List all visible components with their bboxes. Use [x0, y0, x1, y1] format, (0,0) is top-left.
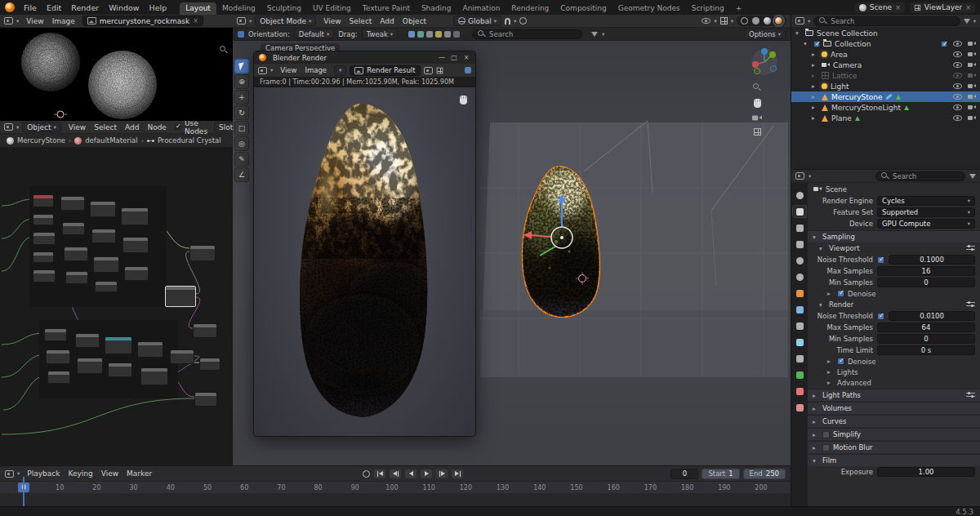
value-field-max-samples[interactable]: 64 — [877, 322, 975, 332]
properties-tab-physics[interactable] — [793, 336, 806, 348]
chevron-down-icon[interactable]: ▾ — [795, 29, 802, 37]
dropdown-feature-set[interactable]: Supported▾ — [877, 207, 975, 217]
image-editor-menu-image[interactable]: Image — [48, 16, 79, 26]
panel-render[interactable]: ▾Render — [808, 299, 980, 310]
breadcrumb-object[interactable]: MercuryStone — [17, 136, 65, 145]
value-field-noise-threshold[interactable]: 0.1000 — [889, 255, 975, 265]
workspace-tab-modeling[interactable]: Modeling — [216, 2, 261, 15]
shader-editor-menu-view[interactable]: View — [65, 122, 90, 132]
frame-start-field[interactable]: Start 1 — [702, 469, 739, 479]
menu-window[interactable]: Window — [104, 2, 144, 13]
disable-in-renders-icon[interactable] — [968, 62, 976, 68]
editor-type-viewport-icon[interactable] — [237, 17, 246, 24]
unlink-image-icon[interactable]: × — [193, 17, 198, 24]
disable-in-renders-icon[interactable] — [968, 51, 976, 57]
outliner-row-light[interactable]: ▸Light — [791, 81, 980, 91]
editor-type-shader-icon[interactable] — [4, 123, 13, 131]
panel-simplify[interactable]: ▸Simplify — [808, 428, 980, 440]
outliner-row-lattice[interactable]: ▸Lattice — [791, 70, 980, 81]
image-editor-menu-view[interactable]: View — [22, 16, 47, 26]
disable-in-renders-icon[interactable] — [968, 41, 976, 47]
shader-node[interactable] — [105, 336, 132, 354]
tool-orientation-dropdown[interactable]: Default ▾ — [294, 29, 334, 39]
transform-tool[interactable]: ◎ — [234, 136, 249, 151]
rotate-tool[interactable]: ↻ — [234, 105, 249, 120]
shader-node[interactable] — [193, 323, 217, 338]
shading-wireframe-icon[interactable] — [741, 17, 748, 24]
view-settings-icon[interactable] — [465, 67, 471, 73]
chevron-right-icon[interactable]: ▸ — [812, 114, 818, 122]
drag-dropdown[interactable]: Tweak ▾ — [362, 29, 398, 39]
timeline-menu-keying[interactable]: Keying — [64, 469, 96, 478]
pan-hand-icon[interactable] — [460, 96, 467, 105]
chevron-right-icon[interactable]: ▸ — [812, 61, 818, 69]
panel-motion-blur[interactable]: ▸Motion Blur — [808, 441, 980, 453]
timeline-ruler[interactable]: 0 01020304050607080901001101201301401501… — [0, 481, 791, 493]
annotate-tool[interactable]: ✎ — [234, 152, 249, 167]
shader-node[interactable] — [65, 271, 88, 284]
show-gizmo-icon[interactable] — [720, 17, 728, 24]
hide-in-viewport-icon[interactable] — [953, 83, 962, 89]
timeline-menu-marker[interactable]: Marker — [122, 469, 156, 478]
editor-type-image-icon[interactable] — [4, 17, 13, 24]
tool-option-icon[interactable] — [444, 31, 451, 38]
panel-checkbox[interactable] — [822, 431, 830, 438]
hide-in-viewport-icon[interactable] — [953, 73, 962, 78]
shader-node[interactable] — [90, 201, 116, 217]
zoom-icon[interactable] — [753, 83, 761, 91]
move-tool[interactable]: + — [234, 90, 249, 105]
shader-editor-menu-add[interactable]: Add — [121, 122, 143, 132]
tool-option-icon[interactable] — [426, 31, 433, 38]
panel-denoise[interactable]: ▸Denoise — [808, 356, 980, 367]
outliner-row-scene-collection[interactable]: ▾Scene Collection — [791, 28, 980, 38]
value-field-max-samples[interactable]: 16 — [877, 266, 975, 276]
disable-in-renders-icon[interactable] — [968, 73, 976, 78]
workspace-tab-rendering[interactable]: Rendering — [506, 2, 555, 15]
properties-tab-object-data[interactable] — [793, 369, 806, 380]
scene-unlink-icon[interactable]: × — [895, 4, 901, 11]
menu-file[interactable]: File — [19, 2, 42, 13]
value-field-noise-threshold[interactable]: 0.0100 — [889, 311, 975, 321]
shader-node[interactable] — [33, 232, 56, 245]
shading-material-icon[interactable] — [764, 17, 771, 24]
hide-in-viewport-icon[interactable] — [953, 62, 962, 68]
navigation-gizmo[interactable] — [750, 47, 779, 78]
add-workspace-button[interactable]: + — [730, 2, 748, 15]
outliner-row-collection[interactable]: ▾Collection — [791, 38, 980, 49]
auto-keying-button[interactable] — [363, 470, 370, 478]
shader-node[interactable] — [199, 358, 220, 371]
shader-node[interactable] — [64, 247, 88, 261]
sliders-icon[interactable] — [966, 301, 975, 308]
shading-rendered-icon[interactable] — [775, 17, 782, 24]
transform-orientation-dropdown[interactable]: Global ▾ — [453, 16, 501, 26]
current-frame-field[interactable]: 0 — [670, 469, 698, 479]
selectable-checkbox[interactable] — [941, 41, 947, 47]
workspace-tab-scripting[interactable]: Scripting — [686, 2, 730, 15]
shader-type-dropdown[interactable]: Object ▾ — [22, 122, 61, 132]
shader-node[interactable] — [75, 333, 100, 348]
shader-node[interactable] — [93, 256, 119, 273]
viewport-menu-object[interactable]: Object — [399, 16, 430, 26]
panel-viewport[interactable]: ▾Viewport — [808, 242, 980, 254]
outliner-row-area[interactable]: ▸Area — [791, 49, 980, 60]
dropdown-device[interactable]: GPU Compute▾ — [877, 219, 975, 229]
disable-in-renders-icon[interactable] — [968, 83, 976, 89]
panel-denoise[interactable]: ▸Denoise — [808, 288, 980, 299]
outliner-row-camera[interactable]: ▸Camera — [791, 60, 980, 70]
camera-view-icon[interactable] — [752, 114, 762, 121]
slot-dropdown[interactable]: Slot 1 ▾ — [214, 122, 233, 132]
sliders-icon[interactable] — [966, 392, 975, 398]
render-result-image[interactable] — [254, 87, 475, 436]
chevron-down-icon[interactable]: ▾ — [804, 40, 810, 47]
editor-type-timeline-icon[interactable] — [5, 470, 14, 478]
proportional-edit-icon[interactable] — [519, 17, 527, 24]
viewport-menu-add[interactable]: Add — [376, 16, 398, 26]
collection-checkbox[interactable] — [813, 41, 820, 47]
panel-light-paths[interactable]: ▸Light Paths — [808, 389, 980, 401]
shader-node[interactable] — [137, 341, 163, 358]
chevron-right-icon[interactable]: ▸ — [812, 51, 818, 58]
chevron-right-icon[interactable]: ▸ — [812, 82, 818, 90]
jump-to-start-button[interactable] — [373, 469, 386, 479]
workspace-tab-layout[interactable]: Layout — [180, 2, 216, 15]
workspace-tab-shading[interactable]: Shading — [416, 2, 457, 15]
